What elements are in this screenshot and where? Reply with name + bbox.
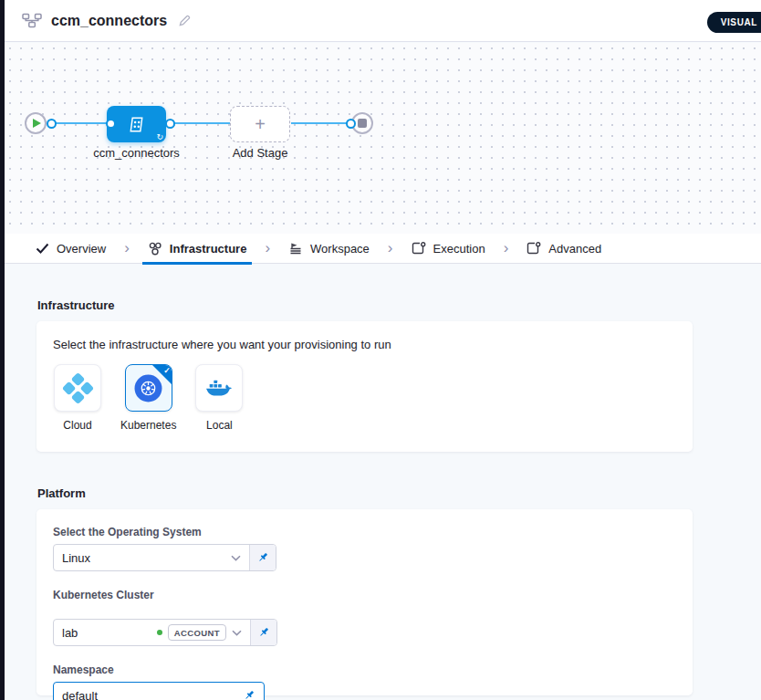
chevron-down-icon <box>232 630 242 636</box>
advanced-icon <box>526 242 541 256</box>
tab-workspace[interactable]: Workspace <box>283 234 375 264</box>
cluster-select-group: lab ACCOUNT <box>53 619 277 646</box>
selected-check-corner: ✓ <box>152 365 172 384</box>
chevron-right-icon: › <box>265 240 270 256</box>
pipeline-graph-icon <box>22 13 42 28</box>
cluster-fixed-value-pin-button[interactable] <box>250 620 276 645</box>
stage-config-tabbar: Overview › Infrastructure › Workspace › … <box>5 234 761 264</box>
check-icon: ✓ <box>163 366 171 375</box>
kubernetes-option-card[interactable]: ✓ <box>125 364 172 412</box>
namespace-field-label: Namespace <box>53 663 676 676</box>
edge-stage-to-addstage <box>166 122 231 124</box>
connector-port <box>165 119 175 129</box>
chevron-right-icon: › <box>388 240 393 256</box>
chevron-right-icon: › <box>504 240 509 256</box>
cloud-option-card[interactable] <box>54 364 101 412</box>
execution-icon <box>412 242 426 256</box>
kubernetes-option-label: Kubernetes <box>120 419 176 432</box>
connector-port <box>47 119 57 129</box>
infrastructure-heading: Infrastructure <box>37 298 115 312</box>
add-stage-label: Add Stage <box>228 146 292 160</box>
os-field-label: Select the Operating System <box>53 526 676 538</box>
stop-icon <box>358 119 367 128</box>
collapsed-nav-strip <box>0 0 5 700</box>
cluster-select[interactable]: lab ACCOUNT <box>54 620 250 645</box>
workspace-icon <box>288 242 303 256</box>
cluster-select-value: lab <box>62 626 151 640</box>
namespace-input-value: default <box>62 689 240 700</box>
connector-status-dot <box>157 630 162 635</box>
pipeline-canvas[interactable]: ↻ ccm_connectors + Add Stage <box>5 43 761 234</box>
docker-icon <box>205 378 233 399</box>
infrastructure-card: Select the infrastructure where you want… <box>36 321 693 452</box>
cloud-icon <box>61 371 93 403</box>
connector-port <box>106 119 116 129</box>
plus-icon: + <box>255 114 266 135</box>
play-icon <box>33 119 41 128</box>
stage-name-label: ccm_connectors <box>75 146 198 160</box>
infrastructure-options: Cloud <box>53 364 676 432</box>
pin-icon <box>256 551 269 564</box>
os-select-group: Linux <box>53 544 276 571</box>
tab-advanced[interactable]: Advanced <box>521 234 607 264</box>
pin-icon <box>243 689 255 700</box>
tab-overview[interactable]: Overview <box>30 234 111 264</box>
option-local: Local <box>195 364 243 432</box>
app-window: ccm_connectors VISUAL <box>0 0 761 700</box>
cluster-field-label: Kubernetes Cluster <box>53 589 676 601</box>
tab-infrastructure[interactable]: Infrastructure <box>142 234 253 264</box>
chevron-right-icon: › <box>124 240 130 256</box>
os-select[interactable]: Linux <box>54 545 249 570</box>
namespace-fixed-value-pin-button[interactable] <box>240 686 258 700</box>
provision-stage-icon <box>126 114 147 135</box>
infrastructure-icon <box>148 242 162 256</box>
add-stage-button[interactable]: + <box>230 106 290 142</box>
namespace-input[interactable]: default <box>53 682 265 700</box>
pipeline-title: ccm_connectors <box>51 13 167 29</box>
scope-badge: ACCOUNT <box>168 624 226 641</box>
stage-condition-icon: ↻ <box>156 133 163 141</box>
infrastructure-description: Select the infrastructure where you want… <box>53 338 676 351</box>
tab-execution[interactable]: Execution <box>406 234 491 264</box>
chevron-down-icon <box>231 555 241 561</box>
platform-heading: Platform <box>37 486 86 500</box>
platform-card: Select the Operating System Linux Kubern… <box>36 509 693 695</box>
local-option-label: Local <box>206 419 233 432</box>
pin-icon <box>257 626 270 639</box>
edit-pencil-icon[interactable] <box>178 14 192 27</box>
check-icon <box>36 243 49 254</box>
visual-mode-badge[interactable]: VISUAL <box>707 12 761 33</box>
cloud-option-label: Cloud <box>63 419 91 432</box>
option-kubernetes: ✓ Kubernetes <box>120 364 176 432</box>
os-fixed-value-pin-button[interactable] <box>249 545 276 570</box>
option-cloud: Cloud <box>54 364 101 432</box>
edge-addstage-to-end <box>291 122 348 124</box>
os-select-value: Linux <box>62 551 225 565</box>
pipeline-start-node[interactable] <box>25 112 47 134</box>
connector-port <box>346 119 356 129</box>
local-option-card[interactable] <box>195 364 243 412</box>
pipeline-header: ccm_connectors VISUAL <box>5 0 761 42</box>
